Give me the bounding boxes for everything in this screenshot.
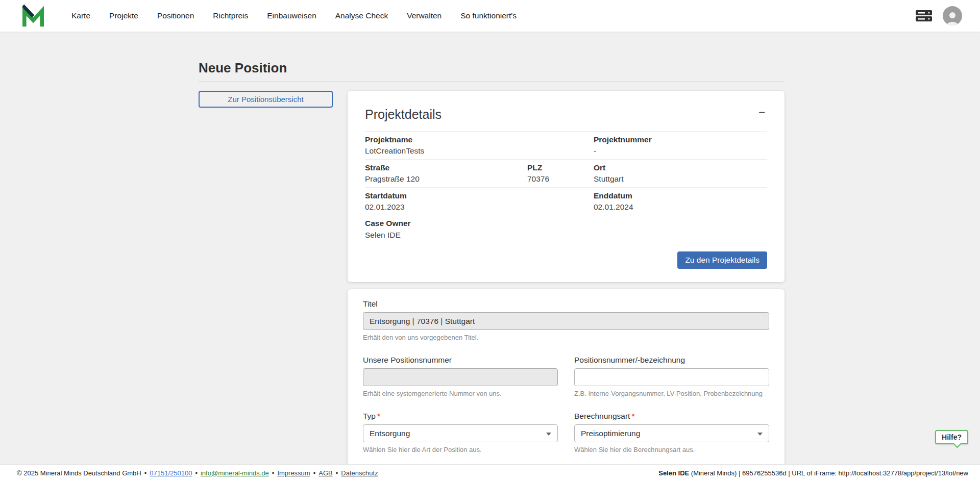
berechnungsart-select[interactable]: Preisoptimierung xyxy=(574,424,769,442)
field-projektname: Projektname LotCreationTests xyxy=(365,135,594,156)
field-label: Projektname xyxy=(365,135,589,144)
berechnungsart-label: Berechnungsart* xyxy=(574,412,769,421)
separator-dot: • xyxy=(336,469,338,477)
table-row: Straße Pragstraße 120 PLZ 70376 Ort Stut… xyxy=(365,160,767,188)
positionsnummer-input[interactable] xyxy=(574,368,769,386)
field-projektnummer: Projektnummer - xyxy=(594,135,767,156)
titel-label: Titel xyxy=(363,299,769,309)
separator-dot: • xyxy=(272,469,275,477)
field-value: Stuttgart xyxy=(594,174,762,184)
required-asterisk: * xyxy=(377,412,380,420)
field-label: Projektnummer xyxy=(594,135,762,144)
field-strasse: Straße Pragstraße 120 xyxy=(365,163,527,184)
positionsnummer-label: Positionsnummer/-bezeichnung xyxy=(574,356,769,365)
topbar-right xyxy=(915,6,962,26)
field-label: Enddatum xyxy=(594,191,762,200)
typ-label: Typ* xyxy=(363,412,558,421)
user-avatar[interactable] xyxy=(943,6,962,26)
field-value: Pragstraße 120 xyxy=(365,174,522,184)
field-value: LotCreationTests xyxy=(365,146,589,156)
server-icon[interactable] xyxy=(915,9,933,22)
field-value: 02.01.2024 xyxy=(594,202,762,212)
email-link[interactable]: info@mineral-minds.de xyxy=(201,469,269,477)
typ-field-group: Typ* Entsorgung Wählen Sie hier die Art … xyxy=(363,412,558,453)
collapse-icon[interactable]: − xyxy=(756,107,767,118)
unsere-positionsnummer-input xyxy=(363,368,558,386)
nav-item-karte[interactable]: Karte xyxy=(71,11,90,20)
nav-item-positionen[interactable]: Positionen xyxy=(157,11,194,20)
chevron-down-icon xyxy=(757,433,763,436)
nav-item-verwalten[interactable]: Verwalten xyxy=(407,11,442,20)
nav-item-so-funktionierts[interactable]: So funktioniert's xyxy=(460,11,517,20)
main-content: Neue Position Zur Positionsübersicht Pro… xyxy=(0,32,980,481)
unsere-positionsnummer-helper-text: Erhält eine systemgenerierte Nummer von … xyxy=(363,390,558,397)
field-value: 02.01.2023 xyxy=(365,202,589,212)
field-label: Ort xyxy=(594,163,762,172)
project-details-table: Projektname LotCreationTests Projektnumm… xyxy=(365,131,767,243)
table-row: Startdatum 02.01.2023 Enddatum 02.01.202… xyxy=(365,188,767,216)
positionsnummer-helper-text: Z.B. Interne-Vorgangsnummer, LV-Position… xyxy=(574,390,769,397)
copyright-text: © 2025 Mineral Minds Deutschland GmbH xyxy=(17,469,141,477)
typ-select[interactable]: Entsorgung xyxy=(363,424,558,442)
nav-item-projekte[interactable]: Projekte xyxy=(109,11,138,20)
top-navigation-bar: Karte Projekte Positionen Richtpreis Ein… xyxy=(0,0,980,32)
help-button[interactable]: Hilfe? xyxy=(935,430,968,444)
chevron-down-icon xyxy=(546,433,551,436)
titel-field-group: Titel Erhält den von uns vorgegebenen Ti… xyxy=(363,299,769,341)
page-title: Neue Position xyxy=(199,60,785,76)
separator-dot: • xyxy=(144,469,147,477)
field-plz: PLZ 70376 xyxy=(527,163,594,184)
field-value: - xyxy=(594,146,762,156)
titel-input xyxy=(363,312,769,330)
session-user: Selen IDE xyxy=(658,469,689,477)
agb-link[interactable]: AGB xyxy=(318,469,332,477)
separator-dot: • xyxy=(195,469,198,477)
title-divider xyxy=(199,81,785,82)
field-startdatum: Startdatum 02.01.2023 xyxy=(365,191,594,212)
footer-left: © 2025 Mineral Minds Deutschland GmbH • … xyxy=(17,469,378,477)
typ-helper-text: Wählen Sie hier die Art der Position aus… xyxy=(363,446,558,453)
field-case-owner: Case Owner Selen IDE xyxy=(365,218,767,240)
unsere-positionsnummer-label: Unsere Positionsnummer xyxy=(363,356,558,365)
berechnungsart-helper-text: Wählen Sie hier die Berechnungsart aus. xyxy=(574,446,769,453)
phone-link[interactable]: 07151/250100 xyxy=(150,469,192,477)
positionsnummer-field-group: Positionsnummer/-bezeichnung Z.B. Intern… xyxy=(574,356,769,397)
field-ort: Ort Stuttgart xyxy=(594,163,767,184)
mineral-minds-logo-icon[interactable] xyxy=(22,4,44,28)
impressum-link[interactable]: Impressum xyxy=(277,469,310,477)
typ-selected-value: Entsorgung xyxy=(370,429,410,438)
table-row: Projektname LotCreationTests Projektnumm… xyxy=(365,132,767,160)
go-to-project-details-button[interactable]: Zu den Projektdetails xyxy=(677,251,767,269)
nav-item-analyse-check[interactable]: Analyse Check xyxy=(335,11,388,20)
field-value: Selen IDE xyxy=(365,230,762,240)
help-button-label: Hilfe? xyxy=(942,433,962,441)
field-label: Case Owner xyxy=(365,218,762,228)
field-enddatum: Enddatum 02.01.2024 xyxy=(594,191,767,212)
footer-bar: © 2025 Mineral Minds Deutschland GmbH • … xyxy=(0,464,980,481)
nav-item-einbauweisen[interactable]: Einbauweisen xyxy=(267,11,316,20)
new-position-form-card: Titel Erhält den von uns vorgegebenen Ti… xyxy=(348,289,785,481)
session-info: Selen IDE (Mineral Minds) | 69576255536d… xyxy=(658,469,968,477)
main-nav: Karte Projekte Positionen Richtpreis Ein… xyxy=(71,11,517,20)
field-value: 70376 xyxy=(527,174,589,184)
titel-helper-text: Erhält den von uns vorgegebenen Titel. xyxy=(363,334,769,341)
required-asterisk: * xyxy=(631,412,634,420)
berechnungsart-selected-value: Preisoptimierung xyxy=(581,429,640,438)
session-details: (Mineral Minds) | 69576255536d | URL of … xyxy=(689,469,968,477)
berechnungsart-field-group: Berechnungsart* Preisoptimierung Wählen … xyxy=(574,412,769,453)
datenschutz-link[interactable]: Datenschutz xyxy=(341,469,378,477)
table-row: Case Owner Selen IDE xyxy=(365,215,767,243)
project-details-card: Projektdetails − Projektname LotCreation… xyxy=(348,91,785,282)
project-details-title: Projektdetails xyxy=(365,107,442,122)
field-label: PLZ xyxy=(527,163,589,172)
position-overview-button[interactable]: Zur Positionsübersicht xyxy=(199,91,333,108)
field-label: Startdatum xyxy=(365,191,589,200)
nav-item-richtpreis[interactable]: Richtpreis xyxy=(213,11,248,20)
unsere-positionsnummer-field-group: Unsere Positionsnummer Erhält eine syste… xyxy=(363,356,558,397)
field-label: Straße xyxy=(365,163,522,172)
separator-dot: • xyxy=(313,469,316,477)
